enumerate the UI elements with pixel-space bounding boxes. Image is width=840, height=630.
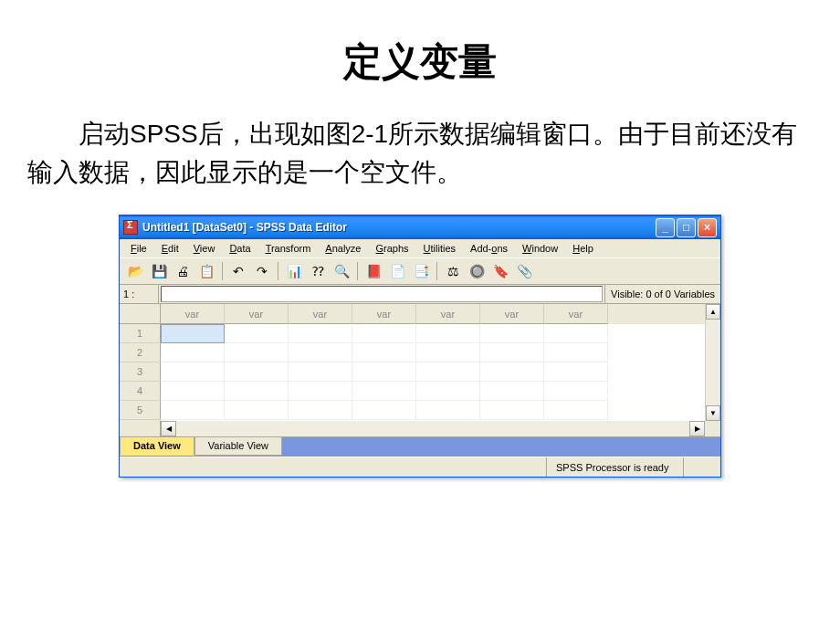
- vertical-scrollbar[interactable]: ▲ ▼: [705, 304, 720, 421]
- scroll-left-icon[interactable]: ◀: [161, 421, 176, 436]
- value-labels-icon[interactable]: 🔖: [490, 261, 510, 281]
- grid-cell[interactable]: [225, 382, 289, 401]
- grid-cell[interactable]: [416, 343, 480, 362]
- tab-data-view[interactable]: Data View: [120, 437, 194, 456]
- table-row: [161, 382, 705, 401]
- insert-variable-icon[interactable]: 📄: [387, 261, 407, 281]
- open-icon[interactable]: 📂: [125, 261, 145, 281]
- find-icon[interactable]: 🔍: [331, 261, 352, 281]
- grid-cell[interactable]: [480, 382, 544, 401]
- menu-bar: File Edit View Data Transform Analyze Gr…: [120, 239, 720, 257]
- row-header[interactable]: 5: [120, 401, 161, 420]
- grid-cell[interactable]: [480, 324, 544, 343]
- redo-icon[interactable]: ↷: [252, 261, 272, 281]
- grid-cell[interactable]: [416, 401, 480, 420]
- grid-cell[interactable]: [480, 343, 544, 362]
- grid-cell[interactable]: [225, 401, 289, 420]
- close-button[interactable]: ×: [698, 218, 717, 237]
- insert-case-icon[interactable]: 📕: [363, 261, 383, 281]
- grid-cell[interactable]: [544, 401, 608, 420]
- column-header[interactable]: var: [289, 304, 352, 324]
- grid-cell[interactable]: [161, 324, 225, 343]
- column-header[interactable]: var: [352, 304, 416, 324]
- variables-icon[interactable]: ⁇: [308, 261, 328, 281]
- scroll-track[interactable]: [176, 421, 689, 436]
- menu-file[interactable]: File: [123, 241, 154, 256]
- grid-cell[interactable]: [416, 324, 480, 343]
- grid-cell[interactable]: [480, 401, 544, 420]
- grid-cell[interactable]: [544, 362, 608, 382]
- split-file-icon[interactable]: 📑: [411, 261, 431, 281]
- undo-icon[interactable]: ↶: [228, 261, 248, 281]
- row-header[interactable]: 1: [120, 324, 161, 343]
- menu-window[interactable]: Window: [515, 241, 565, 256]
- save-icon[interactable]: 💾: [149, 261, 169, 281]
- menu-view[interactable]: View: [186, 241, 223, 256]
- grid-cell[interactable]: [544, 382, 608, 401]
- toolbar-separator: [278, 262, 278, 280]
- column-header[interactable]: var: [225, 304, 289, 324]
- weight-cases-icon[interactable]: ⚖: [443, 261, 463, 281]
- scroll-up-icon[interactable]: ▲: [706, 304, 720, 320]
- grid-cell[interactable]: [225, 324, 289, 343]
- scroll-down-icon[interactable]: ▼: [706, 405, 720, 421]
- grid-cell[interactable]: [352, 382, 416, 401]
- grid-cell[interactable]: [352, 324, 416, 343]
- document-title: 定义变量: [27, 37, 813, 88]
- grid-cell[interactable]: [416, 382, 480, 401]
- row-header[interactable]: 3: [120, 362, 161, 382]
- cell-editor[interactable]: [161, 286, 603, 302]
- menu-analyze[interactable]: Analyze: [318, 241, 368, 256]
- grid-cell[interactable]: [352, 343, 416, 362]
- use-sets-icon[interactable]: 📎: [514, 261, 534, 281]
- goto-case-icon[interactable]: 📊: [284, 261, 304, 281]
- row-header[interactable]: 4: [120, 382, 161, 401]
- maximize-button[interactable]: □: [677, 218, 696, 237]
- status-bar: SPSS Processor is ready: [120, 457, 720, 477]
- grid-cell[interactable]: [289, 382, 352, 401]
- menu-graphs[interactable]: Graphs: [368, 241, 415, 256]
- horizontal-scrollbar[interactable]: ◀ ▶: [161, 421, 705, 436]
- column-header[interactable]: var: [544, 304, 608, 324]
- grid-cell[interactable]: [544, 343, 608, 362]
- grid-cell[interactable]: [289, 324, 352, 343]
- grid-cell[interactable]: [161, 382, 225, 401]
- print-icon[interactable]: 🖨: [173, 261, 193, 281]
- window-titlebar[interactable]: Untitled1 [DataSet0] - SPSS Data Editor …: [120, 215, 720, 239]
- dialog-recall-icon[interactable]: 📋: [196, 261, 216, 281]
- grid-cell[interactable]: [161, 362, 225, 382]
- grid-cell[interactable]: [225, 362, 289, 382]
- view-tabs: Data View Variable View: [120, 436, 720, 457]
- window-title: Untitled1 [DataSet0] - SPSS Data Editor: [142, 221, 656, 234]
- cell-reference: 1 :: [120, 285, 159, 303]
- scroll-track[interactable]: [706, 320, 720, 405]
- grid-cell[interactable]: [289, 362, 352, 382]
- scroll-right-icon[interactable]: ▶: [689, 421, 705, 436]
- minimize-button[interactable]: _: [656, 218, 675, 237]
- select-cases-icon[interactable]: 🔘: [467, 261, 487, 281]
- data-grid: 1 2 3 4 5 var var var var var var var ▲ …: [120, 304, 720, 421]
- menu-transform[interactable]: Transform: [258, 241, 319, 256]
- grid-cell[interactable]: [161, 343, 225, 362]
- grid-cell[interactable]: [352, 401, 416, 420]
- menu-data[interactable]: Data: [222, 241, 257, 256]
- menu-edit[interactable]: Edit: [154, 241, 186, 256]
- grid-cell[interactable]: [480, 362, 544, 382]
- tab-variable-view[interactable]: Variable View: [194, 437, 282, 456]
- column-header[interactable]: var: [416, 304, 480, 324]
- grid-cell[interactable]: [416, 362, 480, 382]
- grid-cell[interactable]: [225, 343, 289, 362]
- grid-cell[interactable]: [289, 343, 352, 362]
- grid-cell[interactable]: [161, 401, 225, 420]
- grid-cell[interactable]: [289, 401, 352, 420]
- menu-utilities[interactable]: Utilities: [416, 241, 463, 256]
- grid-cell[interactable]: [352, 362, 416, 382]
- grid-cell[interactable]: [544, 324, 608, 343]
- column-header[interactable]: var: [161, 304, 225, 324]
- menu-addons[interactable]: Add-ons: [463, 241, 515, 256]
- hscroll-spacer: [120, 421, 161, 436]
- row-header[interactable]: 2: [120, 343, 161, 362]
- column-header[interactable]: var: [480, 304, 544, 324]
- menu-help[interactable]: Help: [565, 241, 601, 256]
- horizontal-scrollbar-row: ◀ ▶: [120, 421, 720, 436]
